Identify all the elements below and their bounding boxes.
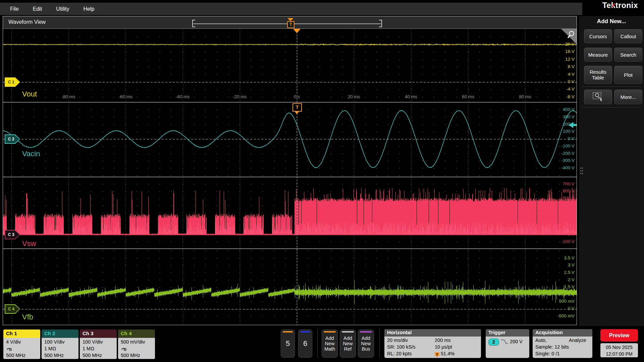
panel-resize-handle[interactable] <box>580 168 584 178</box>
channel-badge-title: Ch 2 <box>42 329 78 338</box>
horizontal-record-length: RL: 20 kpts <box>387 351 412 356</box>
trigger-level-pin-tail <box>294 111 299 114</box>
bottom-channel-badge-1[interactable]: Ch 14 V/div500 MHz <box>3 329 40 359</box>
axis-label-ch3: 700 V <box>544 181 575 186</box>
channel-6-stripe <box>300 331 310 333</box>
menu-help[interactable]: Help <box>83 6 94 12</box>
channel-handle-c4[interactable]: C 4 <box>5 304 20 314</box>
axis-label-ch3: 500 V <box>544 196 575 201</box>
axis-label-ch4: 1 V <box>544 292 575 297</box>
search-button[interactable]: Search <box>614 47 643 62</box>
record-view-right-bracket[interactable] <box>379 20 382 27</box>
time-axis-label: 0 s <box>285 94 309 99</box>
more-button[interactable]: More... <box>614 89 643 105</box>
time-axis-label: 40 ms <box>399 94 423 99</box>
preview-button[interactable]: Preview <box>600 329 638 342</box>
record-trigger-marker-icon[interactable] <box>287 18 293 21</box>
menu-utility[interactable]: Utility <box>56 6 69 12</box>
zoom-select-button[interactable] <box>584 89 612 105</box>
axis-label-ch2: -300 V <box>544 158 575 163</box>
axis-label-ch1: 12 V <box>544 57 575 62</box>
axis-label-ch1: -8 V <box>544 94 575 99</box>
channel-impedance: 1 MΩ <box>83 345 117 352</box>
datetime-box[interactable]: 05 Nov 2025 12:07:00 PM <box>600 343 638 357</box>
callout-button[interactable]: Callout <box>614 29 643 44</box>
axis-label-ch1: -4 V <box>544 86 575 92</box>
axis-label-ch2: -400 V <box>544 165 575 170</box>
add-new-bus-button[interactable]: AddNewBus <box>358 329 374 358</box>
results-table-button[interactable]: Results Table <box>584 65 612 84</box>
waveform-view: Waveform View T T 20 V16 V12 V8 V4 V0 V-… <box>3 16 577 325</box>
horizontal-scale: 20 ms/div <box>387 338 408 343</box>
graticule-trigger-position-icon[interactable] <box>293 29 301 33</box>
channel-bandwidth: 500 MHz <box>121 352 155 359</box>
time-axis-label: 20 ms <box>342 94 366 99</box>
acquisition-sample: Sample: 12 bits <box>535 344 569 350</box>
horizontal-box[interactable]: Horizontal 20 ms/div 200 ms SR: 100 kS/s… <box>384 329 481 358</box>
channel-badge-title: Ch 4 <box>118 329 155 338</box>
channel-scale: 100 V/div <box>83 339 117 345</box>
record-trigger-t-flag[interactable]: T <box>287 21 294 28</box>
sidebar-divider <box>582 107 641 108</box>
bottom-channel-badge-3[interactable]: Ch 3100 V/div1 MΩ500 MHz <box>80 329 117 359</box>
cursors-button[interactable]: Cursors <box>584 29 612 44</box>
axis-label-ch4: 1.5 V <box>544 284 575 289</box>
zoom-select-icon <box>592 92 604 102</box>
plot-button[interactable]: Plot <box>614 65 643 84</box>
record-view-left-bracket[interactable] <box>192 20 195 27</box>
channel-handle-c2[interactable]: C 2 <box>5 134 20 144</box>
tektronix-logo: Tektronix <box>602 1 638 10</box>
acquisition-box[interactable]: Acquisition Auto, Analyze Sample: 12 bit… <box>533 329 592 358</box>
trigger-level-arrow-icon[interactable] <box>569 122 577 129</box>
axis-label-ch4: 3.5 V <box>544 255 575 260</box>
probe-icon <box>121 345 155 352</box>
time-axis-label: 60 ms <box>457 94 480 99</box>
channel-bandwidth: 500 MHz <box>6 352 40 359</box>
channel-label-vout: Vout <box>22 90 37 99</box>
bottom-channel-badge-2[interactable]: Ch 2100 V/div1 MΩ500 MHz <box>42 329 78 359</box>
trigger-box[interactable]: Trigger 2 200 V <box>486 329 529 358</box>
axis-label-ch1: 0 V <box>544 79 575 84</box>
waveform-view-title: Waveform View <box>8 19 46 25</box>
axis-label-ch4: 0 V <box>544 306 575 311</box>
time-axis-label: -80 ms <box>57 94 80 99</box>
channel-5-button[interactable]: 5 <box>280 329 295 358</box>
channel-handle-c3[interactable]: C 3 <box>5 230 20 239</box>
axis-label-ch2: 400 V <box>544 107 575 112</box>
bottom-separator <box>317 329 318 357</box>
channel-handle-c1[interactable]: C 1 <box>5 77 20 87</box>
axis-label-ch3: 0 V <box>544 232 575 237</box>
waveform-canvas[interactable] <box>3 29 577 325</box>
channel-5-stripe <box>283 331 293 333</box>
add-new-title: Add New... <box>579 18 644 25</box>
channel-6-button[interactable]: 6 <box>298 329 313 358</box>
zoom-corner-icon[interactable] <box>561 29 577 46</box>
trigger-level-pin[interactable]: T <box>292 103 302 112</box>
axis-label-ch4: 3 V <box>544 262 575 267</box>
channel-scale: 500 mV/div <box>121 339 155 345</box>
axis-label-ch4: 500 mV <box>544 299 575 304</box>
axis-label-ch2: -100 V <box>544 143 575 148</box>
horizontal-title: Horizontal <box>384 329 481 337</box>
add-new-math-button[interactable]: AddNewMath <box>321 329 338 358</box>
axis-label-ch3: 200 V <box>544 217 575 222</box>
axis-label-ch1: 4 V <box>544 72 575 77</box>
menu-bar: File Edit Utility Help <box>0 3 582 15</box>
measure-button[interactable]: Measure <box>584 47 612 62</box>
bottom-channel-badge-4[interactable]: Ch 4500 mV/div500 MHz <box>118 329 155 359</box>
acquisition-title: Acquisition <box>533 329 592 337</box>
date-label: 05 Nov 2025 <box>600 344 638 351</box>
trigger-position-icon: T <box>435 352 439 357</box>
channel-badge-title: Ch 1 <box>3 329 40 338</box>
axis-label-ch3: 400 V <box>544 203 575 208</box>
menu-edit[interactable]: Edit <box>33 6 42 12</box>
axis-label-ch2: -200 V <box>544 151 575 156</box>
acquisition-mode: Auto, <box>535 338 547 343</box>
axis-label-ch3: -100 V <box>544 239 575 244</box>
time-axis-label: -40 ms <box>171 94 195 99</box>
waveform-view-titlebar: Waveform View T <box>3 16 577 29</box>
add-new-ref-button[interactable]: AddNewRef <box>339 329 356 358</box>
horizontal-window: 200 ms <box>435 338 451 343</box>
trigger-level-value: 200 V <box>510 339 523 344</box>
menu-file[interactable]: File <box>10 6 19 12</box>
